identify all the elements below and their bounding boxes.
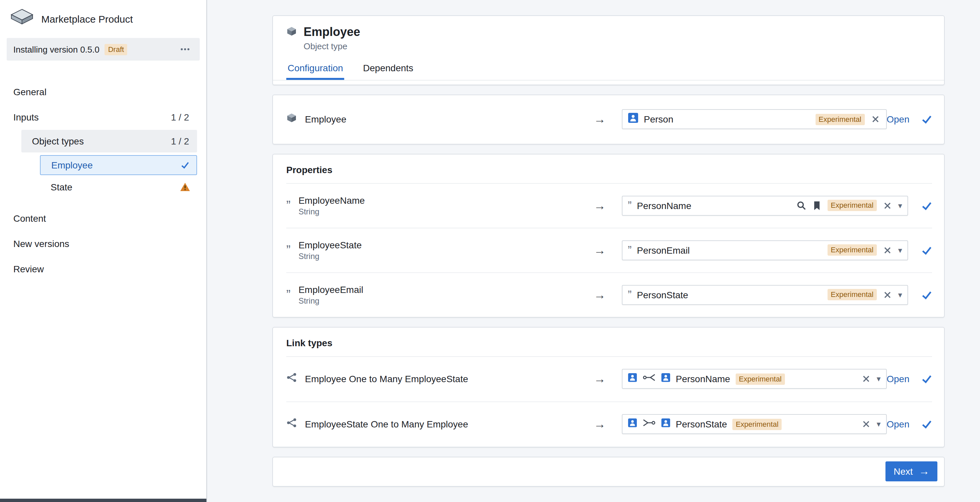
next-button[interactable]: Next → <box>886 462 937 482</box>
nav-spacer <box>0 198 206 206</box>
experimental-badge: Experimental <box>732 419 781 430</box>
property-type: String <box>299 207 365 216</box>
nav-label: Content <box>13 213 46 224</box>
clear-selection-icon[interactable] <box>861 419 871 430</box>
more-options-button[interactable] <box>177 41 193 57</box>
target-link-select[interactable]: PersonState Experimental ▾ <box>622 415 887 434</box>
property-mapping-row: ” EmployeeEmail String → ” PersonState E… <box>286 273 932 317</box>
one-to-many-icon <box>643 373 656 385</box>
object-icon <box>628 418 637 431</box>
selected-target-name: PersonName <box>637 200 691 211</box>
properties-title: Properties <box>273 154 944 183</box>
clear-selection-icon[interactable] <box>882 200 893 211</box>
chevron-down-icon[interactable]: ▾ <box>898 291 902 299</box>
tab-dependents[interactable]: Dependents <box>362 63 415 80</box>
clear-selection-icon[interactable] <box>882 290 893 300</box>
sidebar-item-employee[interactable]: Employee <box>40 155 197 175</box>
arrow-right-icon: → <box>919 466 929 477</box>
target-property-select[interactable]: ” PersonState Experimental ▾ <box>622 285 908 305</box>
object-types-count: 1 / 2 <box>171 136 189 146</box>
marketplace-logo-icon <box>11 9 33 29</box>
main-content: Employee Object type Configuration Depen… <box>207 0 980 502</box>
nav-label: State <box>51 182 72 192</box>
sidebar-bottom-bar <box>0 499 206 502</box>
map-arrow-icon: → <box>594 113 606 126</box>
inputs-count: 1 / 2 <box>171 112 189 122</box>
chevron-down-icon[interactable]: ▾ <box>877 421 880 429</box>
many-to-one-icon <box>643 418 656 431</box>
target-property-select[interactable]: ” PersonName Experimental <box>622 196 908 216</box>
map-arrow-icon: → <box>594 418 606 431</box>
string-type-icon: ” <box>286 201 291 210</box>
chevron-down-icon[interactable]: ▾ <box>877 375 880 383</box>
chevron-down-icon[interactable]: ▾ <box>898 202 902 210</box>
selected-target-name: PersonState <box>637 290 688 300</box>
object-icon <box>661 373 670 385</box>
clear-selection-icon[interactable] <box>861 374 871 384</box>
selected-target-name: PersonName <box>676 374 730 384</box>
object-icon <box>661 418 670 431</box>
clear-selection-icon[interactable] <box>882 245 893 256</box>
experimental-badge: Experimental <box>827 289 877 300</box>
link-types-title: Link types <box>273 327 944 356</box>
string-type-icon: ” <box>286 290 291 300</box>
tab-bar: Configuration Dependents <box>273 63 944 81</box>
nav-label: General <box>13 87 46 97</box>
link-types-card: Link types E <box>272 327 945 447</box>
input-mapping-row: Employee → Person Experimental <box>286 95 932 144</box>
property-type: String <box>299 252 362 261</box>
sidebar-item-content[interactable]: Content <box>0 206 206 231</box>
sidebar-item-general[interactable]: General <box>0 79 206 105</box>
sidebar-item-review[interactable]: Review <box>0 256 206 282</box>
target-object-select[interactable]: Person Experimental <box>622 110 887 130</box>
sidebar: Marketplace Product Installing version 0… <box>0 0 207 502</box>
selected-target-name: PersonEmail <box>637 245 690 256</box>
tab-configuration[interactable]: Configuration <box>286 63 345 80</box>
state-warning-icon <box>180 182 190 192</box>
target-link-select[interactable]: PersonName Experimental ▾ <box>622 369 887 389</box>
mapped-check-icon <box>921 114 932 125</box>
map-arrow-icon: → <box>594 244 606 256</box>
nav-label: Employee <box>51 160 93 170</box>
open-link[interactable]: Open <box>887 419 910 430</box>
link-name: Employee One to Many EmployeeState <box>305 374 468 384</box>
open-link[interactable]: Open <box>887 374 910 384</box>
object-icon <box>628 373 637 385</box>
string-type-icon: ” <box>628 291 632 299</box>
sidebar-header: Marketplace Product <box>0 0 206 35</box>
string-type-icon: ” <box>286 246 291 255</box>
link-name: EmployeeState One to Many Employee <box>305 419 468 430</box>
experimental-badge: Experimental <box>827 200 877 211</box>
link-type-icon <box>286 372 297 386</box>
draft-badge: Draft <box>105 44 127 55</box>
object-type-cube-icon <box>286 26 297 51</box>
mapped-check-icon <box>921 374 932 384</box>
property-name: EmployeeName <box>299 195 365 206</box>
string-type-icon: ” <box>628 202 632 210</box>
selected-target-name: Person <box>644 114 673 125</box>
sidebar-item-inputs[interactable]: Inputs 1 / 2 <box>0 105 206 130</box>
object-header-card: Employee Object type Configuration Depen… <box>272 15 945 85</box>
map-arrow-icon: → <box>594 289 606 301</box>
sidebar-item-object-types[interactable]: Object types 1 / 2 <box>21 130 197 153</box>
property-mapping-row: ” EmployeeState String → ” PersonEmail E… <box>286 228 932 272</box>
nav-label: Object types <box>32 136 84 146</box>
next-button-label: Next <box>893 466 913 477</box>
version-label: Installing version 0.5.0 <box>13 44 100 54</box>
nav-label: Inputs <box>13 112 39 122</box>
input-source-name: Employee <box>305 114 347 125</box>
open-link[interactable]: Open <box>887 114 910 125</box>
link-mapping-row: EmployeeState One to Many Employee → <box>286 402 932 447</box>
sidebar-item-new-versions[interactable]: New versions <box>0 231 206 256</box>
chevron-down-icon[interactable]: ▾ <box>898 246 902 254</box>
sidebar-item-state[interactable]: State <box>40 176 197 198</box>
target-property-select[interactable]: ” PersonEmail Experimental ▾ <box>622 240 908 261</box>
experimental-badge: Experimental <box>735 373 784 385</box>
person-object-icon <box>628 113 638 126</box>
footer-actions-card: Next → <box>272 457 945 487</box>
version-row[interactable]: Installing version 0.5.0 Draft <box>7 38 200 60</box>
mapped-check-icon <box>921 419 932 430</box>
clear-selection-icon[interactable] <box>870 114 881 125</box>
mapped-check-icon <box>921 290 932 300</box>
experimental-badge: Experimental <box>815 114 864 125</box>
